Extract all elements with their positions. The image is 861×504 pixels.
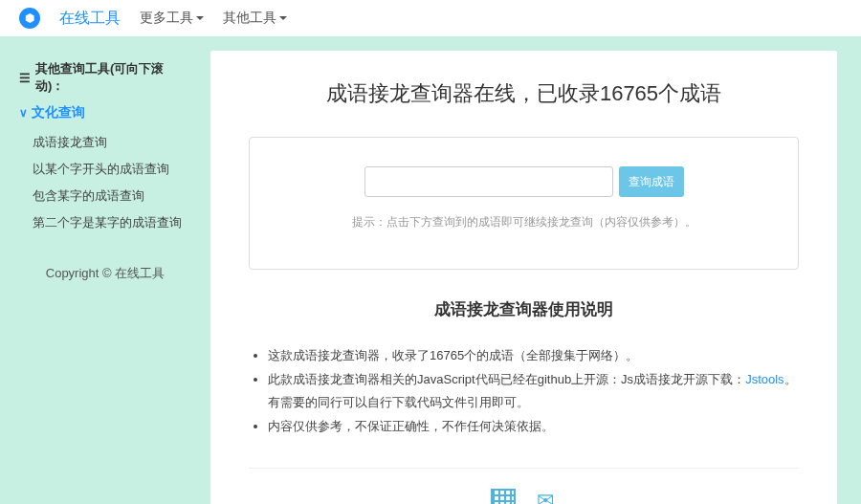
usage-list: 这款成语接龙查询器，收录了16765个的成语（全部搜集于网络）。 此款成语接龙查…	[249, 344, 799, 439]
qrcode-icon[interactable]	[488, 486, 519, 504]
mail-icon[interactable]: ✉	[530, 486, 561, 504]
search-panel: 查询成语 提示：点击下方查询到的成语即可继续接龙查询（内容仅供参考）。	[249, 137, 799, 270]
page-title: 成语接龙查询器在线，已收录16765个成语	[249, 79, 799, 108]
sidebar-link-start-with[interactable]: 以某个字开头的成语查询	[19, 156, 191, 183]
chevron-down-icon: ∨	[19, 106, 28, 120]
copyright: Copyright © 在线工具	[19, 265, 191, 282]
search-hint: 提示：点击下方查询到的成语即可继续接龙查询（内容仅供参考）。	[269, 214, 779, 230]
nav-more-tools[interactable]: 更多工具	[140, 10, 204, 27]
usage-item: 这款成语接龙查询器，收录了16765个的成语（全部搜集于网络）。	[268, 344, 799, 368]
sidebar-link-idiom-chain[interactable]: 成语接龙查询	[19, 129, 191, 156]
usage-title: 成语接龙查询器使用说明	[249, 298, 799, 320]
caret-down-icon	[279, 16, 287, 20]
search-button[interactable]: 查询成语	[619, 166, 684, 197]
sidebar-header-text: 其他查询工具(可向下滚动)：	[35, 60, 191, 95]
logo-icon: ⬢	[19, 8, 40, 29]
list-icon: ☰	[19, 71, 31, 85]
usage-item: 内容仅供参考，不保证正确性，不作任何决策依据。	[268, 415, 799, 439]
sidebar-link-second-char[interactable]: 第二个字是某字的成语查询	[19, 209, 191, 236]
container: ☰ 其他查询工具(可向下滚动)： ∨ 文化查询 成语接龙查询 以某个字开头的成语…	[0, 51, 861, 504]
sidebar-link-contains[interactable]: 包含某字的成语查询	[19, 183, 191, 209]
share-icons: ✉	[249, 486, 799, 504]
jstools-link[interactable]: Jstools	[745, 372, 784, 386]
sidebar-header: ☰ 其他查询工具(可向下滚动)：	[19, 60, 191, 95]
navbar: ⬢ 在线工具 更多工具 其他工具	[0, 0, 861, 36]
caret-down-icon	[196, 16, 204, 20]
search-input[interactable]	[364, 166, 613, 197]
category-label: 文化查询	[32, 104, 85, 121]
sidebar: ☰ 其他查询工具(可向下滚动)： ∨ 文化查询 成语接龙查询 以某个字开头的成语…	[0, 51, 210, 504]
usage-item: 此款成语接龙查询器相关的JavaScript代码已经在github上开源：Js成…	[268, 368, 799, 415]
sidebar-category-culture[interactable]: ∨ 文化查询	[19, 104, 191, 121]
divider	[249, 468, 799, 469]
brand-link[interactable]: 在线工具	[59, 9, 121, 29]
main-content: 成语接龙查询器在线，已收录16765个成语 查询成语 提示：点击下方查询到的成语…	[210, 51, 837, 504]
nav-other-tools[interactable]: 其他工具	[223, 10, 287, 27]
